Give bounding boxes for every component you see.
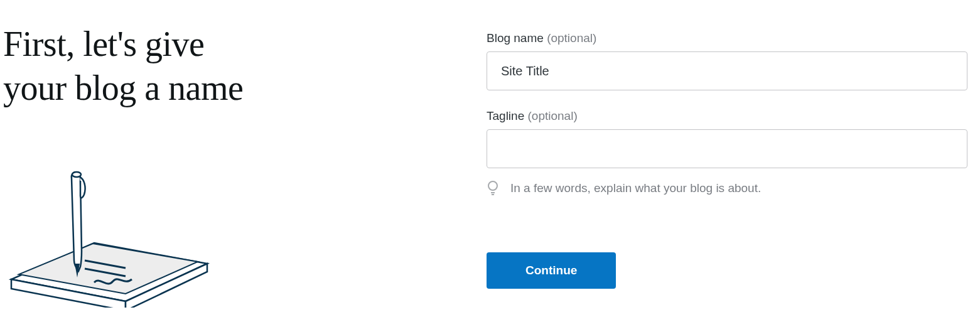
- blog-name-input[interactable]: [487, 51, 967, 90]
- blog-name-group: Blog name (optional): [487, 31, 967, 90]
- lightbulb-icon: [487, 181, 499, 196]
- tagline-label-text: Tagline: [487, 109, 524, 122]
- page-title: First, let's give your blog a name: [3, 22, 487, 110]
- blog-name-label-text: Blog name: [487, 31, 544, 45]
- blog-name-optional-text: (optional): [547, 31, 596, 45]
- continue-button[interactable]: Continue: [487, 252, 616, 289]
- tagline-hint: In a few words, explain what your blog i…: [487, 181, 967, 196]
- tagline-hint-text: In a few words, explain what your blog i…: [510, 181, 761, 195]
- tagline-group: Tagline (optional) In a few words, expla…: [487, 109, 967, 196]
- svg-point-7: [488, 181, 497, 190]
- tagline-input[interactable]: [487, 129, 967, 168]
- svg-point-6: [72, 172, 81, 177]
- tagline-optional-text: (optional): [528, 109, 578, 122]
- heading-line-1: First, let's give: [3, 24, 204, 63]
- tagline-label: Tagline (optional): [487, 109, 967, 123]
- notepad-pen-illustration: [6, 169, 487, 310]
- heading-line-2: your blog a name: [3, 68, 243, 107]
- blog-name-label: Blog name (optional): [487, 31, 967, 45]
